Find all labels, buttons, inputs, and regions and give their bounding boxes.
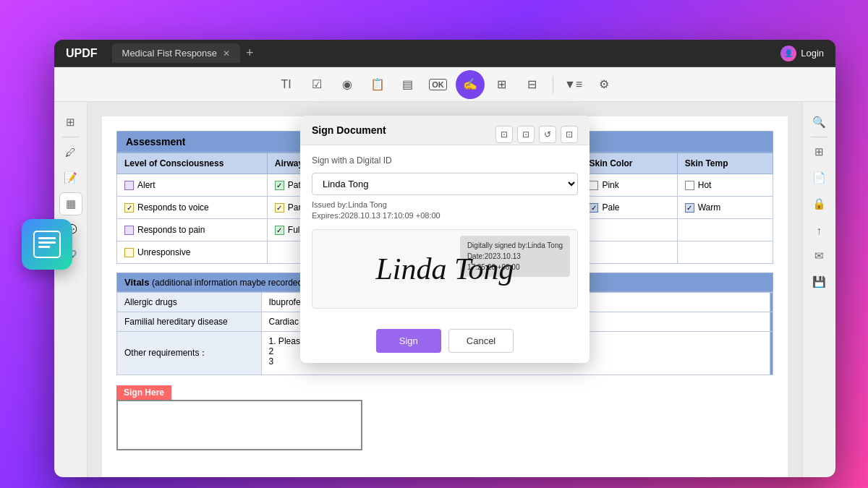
modal-overlay: Sign Document ⊡ ⊡ ↺ ⊡ Sign with a Digita… (54, 40, 835, 477)
svg-rect-2 (38, 241, 56, 244)
svg-rect-1 (38, 237, 56, 239)
expires-text: Expires:2028.10.13 17:10:09 +08:00 (312, 211, 441, 220)
modal-title: Sign Document (312, 124, 386, 136)
app-window: UPDF Medical Fist Response ✕ + 👤 Login T… (54, 40, 835, 477)
signature-preview: Linda Tong Digitally signed by:Linda Ton… (312, 229, 578, 309)
modal-body: Sign with a Digital ID Linda Tong Issued… (300, 145, 590, 329)
modal-subtitle: Sign with a Digital ID (312, 155, 578, 166)
digital-id-select[interactable]: Linda Tong (312, 173, 578, 195)
sign-modal: Sign Document ⊡ ⊡ ↺ ⊡ Sign with a Digita… (300, 116, 590, 363)
cancel-button[interactable]: Cancel (448, 329, 514, 353)
modal-select-row: Linda Tong (312, 173, 578, 195)
issued-by: Issued by:Linda Tong (312, 200, 387, 209)
modal-refresh-btn[interactable]: ↺ (539, 126, 556, 143)
sign-confirm-button[interactable]: Sign (376, 329, 441, 353)
modal-footer: Sign Cancel (300, 329, 590, 363)
modal-more-btn[interactable]: ⊡ (561, 126, 578, 143)
signature-name: Linda Tong (375, 252, 514, 286)
modal-actions: ⊡ ⊡ ↺ ⊡ (495, 126, 578, 143)
modal-header: Sign Document ⊡ ⊡ ↺ ⊡ (300, 116, 590, 145)
modal-expand-btn[interactable]: ⊡ (495, 126, 513, 143)
issued-text: Issued by:Linda Tong Expires:2028.10.13 … (312, 200, 578, 222)
digital-signed-text: Digitally signed by:Linda Tong (467, 241, 563, 249)
modal-compress-btn[interactable]: ⊡ (517, 126, 535, 143)
svg-rect-3 (38, 246, 50, 248)
